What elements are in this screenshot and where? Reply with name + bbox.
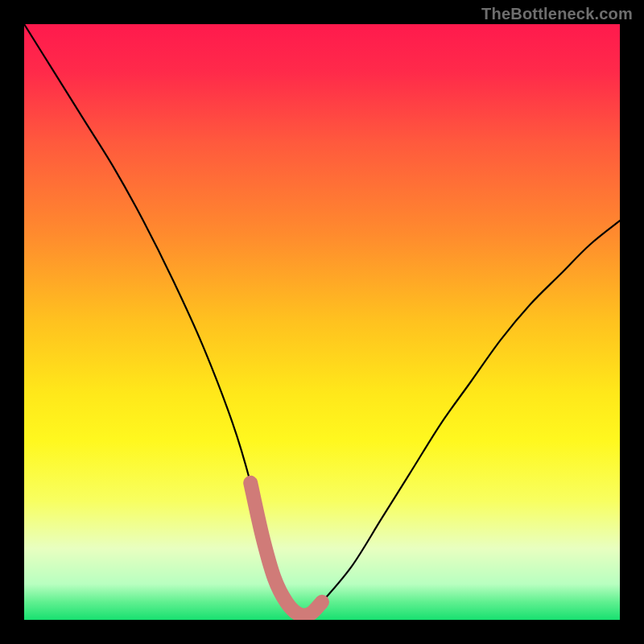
bottleneck-chart bbox=[0, 0, 644, 644]
gradient-background bbox=[24, 24, 620, 620]
watermark-label: TheBottleneck.com bbox=[481, 5, 633, 23]
